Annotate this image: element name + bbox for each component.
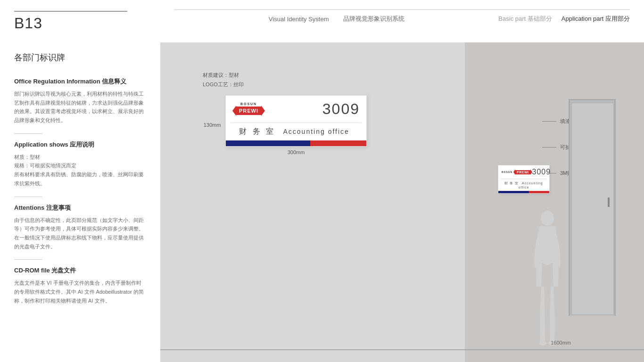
small-sign-bar [498, 191, 549, 193]
small-english: Accounting office [519, 181, 543, 189]
right-panel: 材质建议：型材 LOGO工艺：丝印 130mm BOSUN [160, 42, 644, 362]
small-sign-container: BOSUN PREWI 3009 财 务 室 Accounting office [498, 165, 550, 194]
small-sign: BOSUN PREWI 3009 财 务 室 Accounting office [498, 165, 550, 194]
heading-info: Office Regulation Information 信息释义 [14, 77, 146, 86]
top-line-decoration [14, 11, 127, 12]
divider-3 [14, 259, 42, 260]
small-sign-number: 3009 [532, 168, 551, 176]
left-panel: 各部门标识牌 Office Regulation Information 信息释… [0, 42, 160, 362]
divider-1 [14, 133, 42, 134]
header-left: B13 [14, 11, 174, 32]
header-center: Visual Identity System 品牌视觉形象识别系统 [174, 9, 498, 23]
sign-middle-row: 财 务 室 Accounting office [226, 123, 366, 140]
sign-top-row: BOSUN PREWI [226, 96, 366, 123]
app-part-label: Application part 应用部分 [561, 15, 630, 23]
page-code: B13 [14, 15, 174, 32]
divider-2 [14, 197, 42, 197]
dimension-height-label: 130mm [203, 122, 222, 128]
block-application: Application shows 应用说明 材质：型材 规格：可根据实地情况而… [14, 140, 146, 188]
sign-card: BOSUN PREWI [225, 95, 367, 147]
sign-number: 3009 [322, 100, 360, 118]
dimension-width-label: 300mm [225, 149, 367, 155]
svg-point-0 [541, 211, 554, 226]
block-cdrom: CD-ROM file 光盘文件 光盘文件是本 VI 手册电子文件的集合，内含手… [14, 266, 146, 305]
block-info: Office Regulation Information 信息释义 部门标识牌… [14, 77, 146, 125]
body-application: 材质：型材 规格：可根据实地情况而定 所有材料要求具有防锈、防腐的能力，喷漆、丝… [14, 153, 146, 188]
svg-point-1 [539, 341, 546, 346]
sign-english-name: Accounting office [283, 128, 349, 135]
sign-card-wrapper: BOSUN PREWI [225, 95, 367, 155]
material-note2: LOGO工艺：丝印 [203, 80, 382, 90]
sign-notes: 材质建议：型材 LOGO工艺：丝印 [203, 71, 382, 90]
basic-part-label: Basic part 基础部分 [498, 15, 552, 23]
heading-application: Application shows 应用说明 [14, 140, 146, 149]
vis-title: Visual Identity System [269, 16, 329, 23]
small-sign-logo-group: BOSUN PREWI [502, 169, 532, 175]
human-silhouette [531, 206, 564, 348]
header-right: Basic part 基础部分 Application part 应用部分 [498, 9, 630, 23]
material-note1: 材质建议：型材 [203, 71, 382, 80]
sign-area: 材质建议：型材 LOGO工艺：丝印 130mm BOSUN [203, 71, 382, 155]
body-info: 部门标识牌以导视为核心元素，利用材料的特性与特殊工艺制作具有品牌视觉特征的铭牌，… [14, 90, 146, 125]
sign-container: 130mm BOSUN PREWI [203, 95, 382, 155]
floor-line [160, 349, 644, 350]
door-handle [608, 197, 610, 207]
door-area [569, 99, 616, 316]
logo-prewi-text: PREWI [236, 107, 261, 115]
body-cdrom: 光盘文件是本 VI 手册电子文件的集合，内含手册制作时的专用软件格式文件。其中 … [14, 279, 146, 305]
main-content: 各部门标识牌 Office Regulation Information 信息释… [0, 42, 644, 362]
heading-cdrom: CD-ROM file 光盘文件 [14, 266, 146, 275]
vis-chinese: 品牌视觉形象识别系统 [343, 15, 405, 23]
sign-logo: BOSUN PREWI [232, 102, 322, 116]
section-title: 各部门标识牌 [14, 52, 146, 68]
sign-bottom-bar [226, 140, 366, 146]
body-attentions: 由于信息的不确定性，此页部分规范（如文字大小、间距等）可作为参考使用，具体可根据… [14, 216, 146, 251]
small-bosun: BOSUN [502, 171, 512, 173]
door-panel [571, 103, 614, 315]
top-header: B13 Visual Identity System 品牌视觉形象识别系统 Ba… [0, 0, 644, 42]
dimension-1600-label: 1600mm [551, 340, 571, 346]
door-frame [569, 99, 616, 316]
small-prewi: PREWI [515, 170, 530, 174]
small-sign-names: 财 务 室 Accounting office [498, 179, 549, 191]
small-sign-top: BOSUN PREWI 3009 [498, 165, 549, 179]
heading-attentions: Attentions 注意事项 [14, 204, 146, 212]
logo-bosun-text: BOSUN [240, 102, 257, 106]
small-chinese: 财 务 室 [504, 181, 519, 185]
block-attentions: Attentions 注意事项 由于信息的不确定性，此页部分规范（如文字大小、间… [14, 204, 146, 251]
sign-chinese-name: 财 务 室 [239, 127, 275, 135]
door-wrapper [569, 99, 616, 316]
